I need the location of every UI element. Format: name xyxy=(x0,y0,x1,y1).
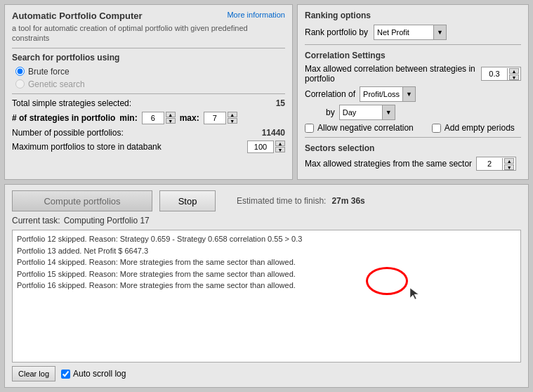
log-line: Portfolio 12 skipped. Reason: Strategy 0… xyxy=(17,233,516,245)
genetic-label: Genetic search xyxy=(28,79,85,89)
total-value: 15 xyxy=(276,98,285,108)
top-section: Automatic Portfolio Computer More inform… xyxy=(0,0,533,184)
sectors-title: Sectors selection xyxy=(305,143,521,153)
brute-force-row: Brute force xyxy=(12,67,285,77)
max-down-btn[interactable]: ▼ xyxy=(228,118,237,124)
corr-of-label: Correlation of xyxy=(305,89,355,99)
log-area: Portfolio 12 skipped. Reason: Strategy 0… xyxy=(12,230,521,362)
compute-button[interactable]: Compute portfolios xyxy=(12,190,152,211)
store-input[interactable]: 100 xyxy=(247,141,274,153)
log-line: Portfolio 14 skipped. Reason: More strat… xyxy=(17,256,516,268)
corr-title: Correlation Settings xyxy=(305,51,521,60)
max-sector-input[interactable]: 2 xyxy=(477,157,502,170)
empty-periods-label: Add empty periods xyxy=(445,123,515,133)
more-info-link[interactable]: More information xyxy=(227,11,285,19)
clear-log-button[interactable]: Clear log xyxy=(12,366,55,381)
ranking-title: Ranking options xyxy=(305,11,521,20)
estimated-row: Estimated time to finish: 27m 36s xyxy=(237,196,365,206)
auto-scroll-label-row: Auto scroll log xyxy=(61,369,126,379)
corr-of-select[interactable]: Profit/Loss Equity Trades xyxy=(360,87,402,101)
max-corr-row: Max allowed correlation between strategi… xyxy=(305,64,521,84)
neg-corr-label: Allow negative correlation xyxy=(317,123,414,133)
total-strategies-row: Total simple strategies selected: 15 xyxy=(12,98,285,108)
sector-down-btn[interactable]: ▼ xyxy=(504,164,514,170)
strategies-in-portfolio-row: # of strategies in portfolio min: 6 ▲ ▼ … xyxy=(12,112,285,124)
brute-force-label: Brute force xyxy=(28,67,70,77)
app-title: Automatic Portfolio Computer xyxy=(12,11,143,21)
divider1 xyxy=(12,48,285,48)
portfolios-value: 11440 xyxy=(262,128,285,138)
store-label: Maximum portfolios to store in databank xyxy=(12,142,162,152)
max-sector-spin-btns: ▲ ▼ xyxy=(502,158,515,170)
log-line: Portfolio 16 skipped. Reason: More strat… xyxy=(17,280,516,292)
max-spin: 7 ▲ ▼ xyxy=(204,112,237,124)
by-select-wrapper: Day Week Month ▼ xyxy=(339,105,395,120)
rank-by-label: Rank portfolio by xyxy=(305,27,368,37)
rank-select-arrow: ▼ xyxy=(433,25,446,39)
corr-of-select-wrapper: Profit/Loss Equity Trades ▼ xyxy=(360,86,416,102)
by-label: by xyxy=(326,107,335,117)
empty-periods-checkbox[interactable] xyxy=(432,124,441,133)
corr-down-btn[interactable]: ▼ xyxy=(509,74,519,80)
log-lines-container: Portfolio 12 skipped. Reason: Strategy 0… xyxy=(17,233,516,292)
rank-select-wrapper: Net Profit Gross Profit Max Drawdown Sha… xyxy=(374,25,447,40)
rank-select[interactable]: Net Profit Gross Profit Max Drawdown Sha… xyxy=(374,25,433,39)
min-down-btn[interactable]: ▼ xyxy=(166,118,176,124)
estimated-label: Estimated time to finish: xyxy=(237,196,326,206)
store-row: Maximum portfolios to store in databank … xyxy=(12,141,285,153)
max-up-btn[interactable]: ▲ xyxy=(228,112,237,117)
left-panel: Automatic Portfolio Computer More inform… xyxy=(4,4,293,180)
current-task-value: Computing Portfolio 17 xyxy=(64,216,150,226)
corr-of-arrow: ▼ xyxy=(402,87,415,101)
portfolios-label: Number of possible portfolios: xyxy=(12,128,124,138)
min-spin-btns: ▲ ▼ xyxy=(166,112,176,124)
by-arrow: ▼ xyxy=(382,105,395,119)
rank-row: Rank portfolio by Net Profit Gross Profi… xyxy=(305,25,521,40)
current-task-label: Current task: xyxy=(12,216,60,226)
corr-by-row: by Day Week Month ▼ xyxy=(305,105,521,120)
bottom-bar: Clear log Auto scroll log xyxy=(12,366,521,381)
genetic-row: Genetic search xyxy=(12,79,285,89)
max-sector-spin: 2 ▲ ▼ xyxy=(476,157,516,171)
max-corr-label: Max allowed correlation between strategi… xyxy=(305,64,477,84)
max-input[interactable]: 7 xyxy=(204,112,226,124)
compute-row: Compute portfolios Stop Estimated time t… xyxy=(12,190,521,211)
brute-force-radio[interactable] xyxy=(15,67,25,76)
log-line: Portfolio 15 skipped. Reason: More strat… xyxy=(17,268,516,280)
search-section-label: Search for portfolios using xyxy=(12,53,285,63)
store-spin-btns: ▲ ▼ xyxy=(275,141,285,152)
neg-corr-checkbox[interactable] xyxy=(305,124,314,133)
max-sector-label: Max allowed strategies from the same sec… xyxy=(305,159,472,169)
max-label: max: xyxy=(180,113,199,123)
max-corr-spin: 0.3 ▲ ▼ xyxy=(481,67,521,81)
corr-up-btn[interactable]: ▲ xyxy=(509,68,519,74)
min-spin: 6 ▲ ▼ xyxy=(142,112,176,124)
max-corr-spin-btns: ▲ ▼ xyxy=(507,68,520,80)
bottom-panel: Compute portfolios Stop Estimated time t… xyxy=(4,184,529,388)
strategies-label: # of strategies in portfolio xyxy=(12,113,115,123)
title-row: Automatic Portfolio Computer More inform… xyxy=(12,11,285,21)
min-up-btn[interactable]: ▲ xyxy=(166,112,176,117)
store-up-btn[interactable]: ▲ xyxy=(275,141,285,146)
sector-up-btn[interactable]: ▲ xyxy=(504,158,514,164)
stop-button[interactable]: Stop xyxy=(159,190,216,211)
sectors-section: Sectors selection Max allowed strategies… xyxy=(305,143,521,171)
current-task-row: Current task: Computing Portfolio 17 xyxy=(12,216,521,226)
neg-corr-row: Allow negative correlation Add empty per… xyxy=(305,123,521,133)
app-subtitle: a tool for automatic creation of optimal… xyxy=(12,23,285,44)
min-label: min: xyxy=(119,113,137,123)
corr-section: Correlation Settings Max allowed correla… xyxy=(305,51,521,133)
right-panel: Ranking options Rank portfolio by Net Pr… xyxy=(297,4,529,180)
possible-portfolios-row: Number of possible portfolios: 11440 xyxy=(12,128,285,138)
min-input[interactable]: 6 xyxy=(142,112,164,124)
max-spin-btns: ▲ ▼ xyxy=(228,112,237,124)
divider3 xyxy=(305,44,521,45)
max-corr-input[interactable]: 0.3 xyxy=(482,67,507,80)
by-select[interactable]: Day Week Month xyxy=(340,105,382,119)
genetic-radio[interactable] xyxy=(15,79,25,89)
auto-scroll-label: Auto scroll log xyxy=(73,369,126,379)
auto-scroll-checkbox[interactable] xyxy=(61,370,70,379)
store-down-btn[interactable]: ▼ xyxy=(275,147,285,152)
store-spin: 100 ▲ ▼ xyxy=(247,141,285,153)
divider4 xyxy=(305,137,521,138)
